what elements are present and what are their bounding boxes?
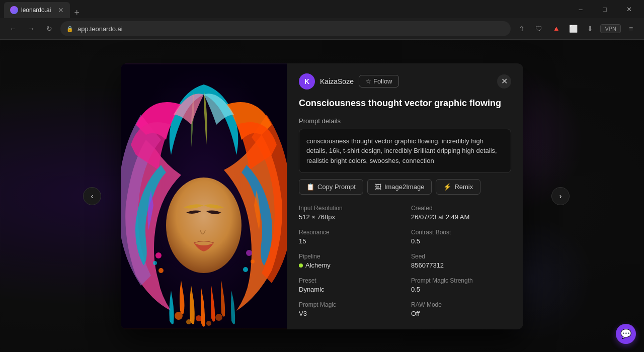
new-tab-button[interactable]: + bbox=[70, 8, 84, 18]
meta-prompt-magic-strength-value: 0.5 bbox=[411, 286, 511, 293]
meta-resonance: Resonance 15 bbox=[299, 229, 399, 245]
svg-point-10 bbox=[215, 314, 222, 321]
shield-icon[interactable]: 🛡 bbox=[532, 22, 546, 36]
user-info: K KaizaSoze ☆ Follow bbox=[299, 73, 399, 90]
modal-info-panel: K KaizaSoze ☆ Follow ✕ Consciousness tho… bbox=[287, 63, 523, 329]
meta-preset-value: Dynamic bbox=[299, 286, 399, 293]
share-button[interactable]: ⇧ bbox=[515, 22, 529, 36]
meta-preset: Preset Dynamic bbox=[299, 277, 399, 293]
maximize-button[interactable]: □ bbox=[594, 2, 616, 17]
svg-point-8 bbox=[175, 312, 183, 320]
star-icon: ☆ bbox=[365, 77, 371, 85]
modal-title: Consciousness thought vector graphic flo… bbox=[299, 98, 511, 109]
remix-label: Remix bbox=[454, 183, 473, 191]
image2image-button[interactable]: 🖼 Image2Image bbox=[367, 179, 432, 195]
remix-icon: ⚡ bbox=[443, 183, 451, 191]
meta-raw-mode-label: RAW Mode bbox=[411, 301, 511, 308]
meta-created: Created 26/07/23 at 2:49 AM bbox=[411, 205, 511, 221]
extension-button[interactable]: 🔺 bbox=[549, 22, 563, 36]
alchemy-indicator bbox=[299, 263, 303, 268]
prev-image-button[interactable]: ‹ bbox=[83, 187, 101, 205]
meta-prompt-magic-strength-label: Prompt Magic Strength bbox=[411, 277, 511, 284]
chat-support-button[interactable]: 💬 bbox=[616, 324, 636, 344]
avatar: K bbox=[299, 73, 315, 90]
username: KaizaSoze bbox=[320, 77, 354, 85]
copy-prompt-label: Copy Prompt bbox=[317, 183, 356, 191]
address-text: app.leonardo.ai bbox=[77, 25, 123, 33]
minimize-button[interactable]: – bbox=[570, 2, 592, 17]
remix-button[interactable]: ⚡ Remix bbox=[436, 179, 480, 195]
modal-header: K KaizaSoze ☆ Follow ✕ bbox=[299, 73, 511, 90]
meta-pipeline: Pipeline Alchemy bbox=[299, 253, 399, 269]
meta-preset-label: Preset bbox=[299, 277, 399, 284]
window-controls: – □ ✕ bbox=[566, 0, 644, 18]
prompt-text: consciousness thought vector graphic flo… bbox=[299, 129, 511, 173]
copy-prompt-button[interactable]: 📋 Copy Prompt bbox=[299, 179, 363, 195]
svg-point-9 bbox=[196, 315, 202, 321]
address-bar[interactable]: 🔒 app.leonardo.ai bbox=[60, 21, 511, 36]
meta-created-value: 26/07/23 at 2:49 AM bbox=[411, 213, 511, 221]
meta-resonance-label: Resonance bbox=[299, 229, 399, 236]
prompt-section-label: Prompt details bbox=[299, 117, 511, 125]
tab-bar: leonardo.ai ✕ + – □ ✕ bbox=[0, 0, 644, 18]
browser-chrome: leonardo.ai ✕ + – □ ✕ ← → ↻ 🔒 app.leonar… bbox=[0, 0, 644, 40]
sidebar-toggle[interactable]: ⬜ bbox=[566, 22, 580, 36]
forward-button[interactable]: → bbox=[24, 22, 38, 36]
meta-prompt-magic-strength: Prompt Magic Strength 0.5 bbox=[411, 277, 511, 293]
main-content: ‹ bbox=[0, 40, 644, 352]
lock-icon: 🔒 bbox=[66, 26, 73, 32]
meta-pipeline-value: Alchemy bbox=[299, 261, 399, 269]
back-button[interactable]: ← bbox=[6, 22, 20, 36]
reload-button[interactable]: ↻ bbox=[42, 22, 56, 36]
close-modal-button[interactable]: ✕ bbox=[497, 74, 511, 89]
action-buttons: 📋 Copy Prompt 🖼 Image2Image ⚡ Remix bbox=[299, 179, 511, 195]
tab-favicon bbox=[10, 6, 18, 14]
browser-toolbar-right: ⇧ 🛡 🔺 ⬜ ⬇ VPN ≡ bbox=[515, 22, 638, 36]
tab-title: leonardo.ai bbox=[21, 7, 51, 14]
close-window-button[interactable]: ✕ bbox=[618, 2, 640, 17]
follow-label: Follow bbox=[373, 77, 392, 85]
meta-created-label: Created bbox=[411, 205, 511, 212]
meta-pipeline-label: Pipeline bbox=[299, 253, 399, 260]
meta-seed-value: 856077312 bbox=[411, 261, 511, 269]
image-detail-modal: K KaizaSoze ☆ Follow ✕ Consciousness tho… bbox=[121, 63, 523, 329]
meta-contrast-boost-label: Contrast Boost bbox=[411, 229, 511, 236]
meta-resonance-value: 15 bbox=[299, 237, 399, 245]
image2image-label: Image2Image bbox=[384, 183, 425, 191]
vpn-badge[interactable]: VPN bbox=[600, 24, 621, 33]
downloads-button[interactable]: ⬇ bbox=[583, 22, 597, 36]
svg-point-7 bbox=[243, 267, 248, 272]
menu-button[interactable]: ≡ bbox=[624, 22, 638, 36]
meta-contrast-boost: Contrast Boost 0.5 bbox=[411, 229, 511, 245]
svg-point-12 bbox=[206, 321, 211, 326]
svg-point-1 bbox=[166, 178, 242, 273]
svg-point-6 bbox=[251, 259, 255, 263]
meta-seed-label: Seed bbox=[411, 253, 511, 260]
meta-input-resolution-value: 512 × 768px bbox=[299, 213, 399, 221]
metadata-grid: Input Resolution 512 × 768px Created 26/… bbox=[299, 205, 511, 317]
meta-input-resolution-label: Input Resolution bbox=[299, 205, 399, 212]
artwork-image bbox=[121, 63, 287, 329]
navigation-bar: ← → ↻ 🔒 app.leonardo.ai ⇧ 🛡 🔺 ⬜ ⬇ VPN ≡ bbox=[0, 18, 644, 39]
copy-icon: 📋 bbox=[306, 183, 314, 191]
svg-point-5 bbox=[246, 250, 252, 256]
follow-button[interactable]: ☆ Follow bbox=[359, 75, 399, 87]
active-tab[interactable]: leonardo.ai ✕ bbox=[4, 2, 70, 18]
image2image-icon: 🖼 bbox=[375, 183, 381, 191]
meta-input-resolution: Input Resolution 512 × 768px bbox=[299, 205, 399, 221]
meta-prompt-magic-label: Prompt Magic bbox=[299, 301, 399, 308]
meta-raw-mode: RAW Mode Off bbox=[411, 301, 511, 317]
svg-point-11 bbox=[186, 319, 191, 324]
meta-raw-mode-value: Off bbox=[411, 310, 511, 317]
svg-point-4 bbox=[158, 268, 164, 273]
tab-close-button[interactable]: ✕ bbox=[58, 6, 64, 14]
modal-image-panel bbox=[121, 63, 287, 329]
meta-contrast-boost-value: 0.5 bbox=[411, 237, 511, 245]
svg-point-3 bbox=[153, 261, 157, 265]
svg-point-2 bbox=[155, 252, 162, 258]
meta-prompt-magic-value: V3 bbox=[299, 310, 399, 317]
alchemy-text: Alchemy bbox=[305, 261, 331, 269]
meta-prompt-magic: Prompt Magic V3 bbox=[299, 301, 399, 317]
meta-seed: Seed 856077312 bbox=[411, 253, 511, 269]
next-image-button[interactable]: › bbox=[551, 187, 570, 205]
